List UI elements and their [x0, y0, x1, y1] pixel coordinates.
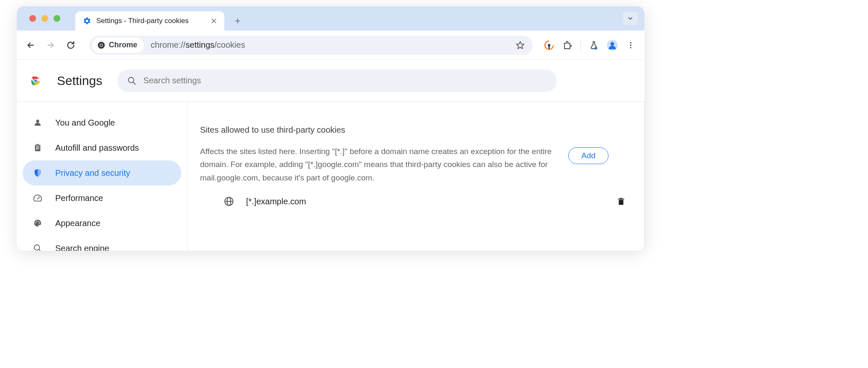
sidebar-item-privacy-security[interactable]: Privacy and security [23, 160, 181, 185]
svg-point-9 [630, 44, 631, 46]
svg-point-5 [594, 47, 597, 49]
tab-title: Settings - Third-party cookies [96, 17, 189, 25]
search-icon [33, 243, 43, 251]
svg-rect-19 [36, 147, 39, 147]
settings-header: Settings [17, 60, 645, 102]
clipboard-icon [33, 143, 43, 153]
delete-icon[interactable] [616, 196, 626, 206]
svg-point-24 [35, 222, 36, 223]
tab-search-button[interactable] [623, 12, 638, 25]
toolbar: Chrome chrome://settings/cookies [17, 31, 645, 60]
chrome-icon [97, 41, 105, 49]
forward-button[interactable] [42, 36, 59, 54]
arrow-left-icon [26, 41, 35, 50]
sidebar-item-autofill[interactable]: Autofill and passwords [23, 135, 181, 160]
browser-window: Settings - Third-party cookies Chrome ch… [17, 6, 645, 251]
new-tab-button[interactable] [230, 13, 245, 28]
plus-icon [234, 17, 241, 25]
reload-icon [66, 41, 75, 50]
toolbar-actions [544, 40, 636, 51]
sidebar-item-label: You and Google [55, 118, 115, 128]
site-exception-row: [*.]example.com [200, 184, 632, 207]
chevron-down-icon [627, 15, 634, 22]
close-window-button[interactable] [29, 15, 36, 22]
arrow-right-icon [46, 41, 55, 50]
site-chip-label: Chrome [109, 41, 137, 49]
settings-main: Sites allowed to use third-party cookies… [187, 102, 645, 251]
svg-line-29 [39, 250, 41, 251]
page-title: Settings [57, 74, 102, 88]
search-icon [127, 76, 136, 85]
svg-point-10 [630, 47, 631, 48]
sidebar-item-you-and-google[interactable]: You and Google [23, 110, 181, 135]
svg-point-7 [611, 42, 614, 46]
sidebar-item-performance[interactable]: Performance [23, 185, 181, 211]
svg-point-16 [36, 120, 39, 123]
sidebar-item-search-engine[interactable]: Search engine [23, 236, 181, 251]
svg-point-26 [39, 221, 39, 222]
svg-rect-18 [36, 144, 39, 146]
sidebar-item-appearance[interactable]: Appearance [23, 211, 181, 236]
site-pattern: [*.]example.com [246, 197, 306, 206]
settings-search[interactable] [117, 69, 557, 92]
settings-search-input[interactable] [143, 76, 547, 85]
extensions-icon[interactable] [562, 40, 573, 51]
svg-rect-4 [549, 46, 550, 49]
settings-gear-icon [83, 17, 91, 25]
site-chip[interactable]: Chrome [92, 38, 144, 53]
sidebar-item-label: Autofill and passwords [55, 143, 139, 153]
back-button[interactable] [22, 36, 39, 54]
profile-avatar-icon[interactable] [607, 40, 618, 51]
toolbar-separator [580, 40, 581, 51]
sidebar-item-label: Appearance [55, 219, 100, 228]
sidebar-item-label: Search engine [55, 244, 109, 251]
section-title: Sites allowed to use third-party cookies [200, 125, 632, 135]
svg-point-8 [630, 42, 631, 43]
svg-rect-33 [619, 200, 624, 205]
svg-rect-21 [36, 149, 38, 149]
settings-body: You and Google Autofill and passwords Pr… [17, 102, 645, 251]
bookmark-star-icon[interactable] [515, 40, 525, 50]
tab-strip: Settings - Third-party cookies [17, 6, 645, 31]
svg-point-25 [36, 221, 37, 221]
sidebar-item-label: Privacy and security [55, 168, 130, 178]
section-description: Affects the sites listed here. Inserting… [200, 145, 556, 184]
svg-rect-34 [618, 199, 624, 200]
close-tab-icon[interactable] [210, 17, 218, 25]
window-controls [29, 15, 60, 22]
shield-icon [33, 168, 43, 178]
svg-point-2 [100, 44, 103, 46]
svg-point-23 [37, 198, 39, 199]
add-button[interactable]: Add [568, 147, 609, 164]
maximize-window-button[interactable] [54, 15, 60, 22]
svg-line-15 [133, 82, 136, 84]
url-text: chrome://settings/cookies [151, 40, 245, 50]
chrome-logo-icon [29, 75, 42, 87]
labs-icon[interactable] [588, 40, 599, 51]
svg-point-13 [34, 79, 37, 82]
reload-button[interactable] [62, 36, 80, 54]
speedometer-icon [33, 193, 43, 203]
svg-rect-35 [620, 198, 622, 199]
extension-openvpn-icon[interactable] [544, 40, 555, 51]
section-description-row: Affects the sites listed here. Inserting… [200, 145, 632, 184]
svg-point-27 [39, 223, 40, 224]
svg-rect-20 [36, 148, 39, 148]
minimize-window-button[interactable] [41, 15, 48, 22]
sidebar-item-label: Performance [55, 193, 103, 203]
globe-icon [223, 196, 234, 207]
kebab-menu-icon[interactable] [625, 40, 636, 51]
browser-tab[interactable]: Settings - Third-party cookies [75, 11, 224, 31]
settings-sidebar: You and Google Autofill and passwords Pr… [17, 102, 187, 251]
omnibox[interactable]: Chrome chrome://settings/cookies [90, 36, 533, 55]
person-icon [33, 118, 43, 128]
palette-icon [33, 218, 43, 228]
